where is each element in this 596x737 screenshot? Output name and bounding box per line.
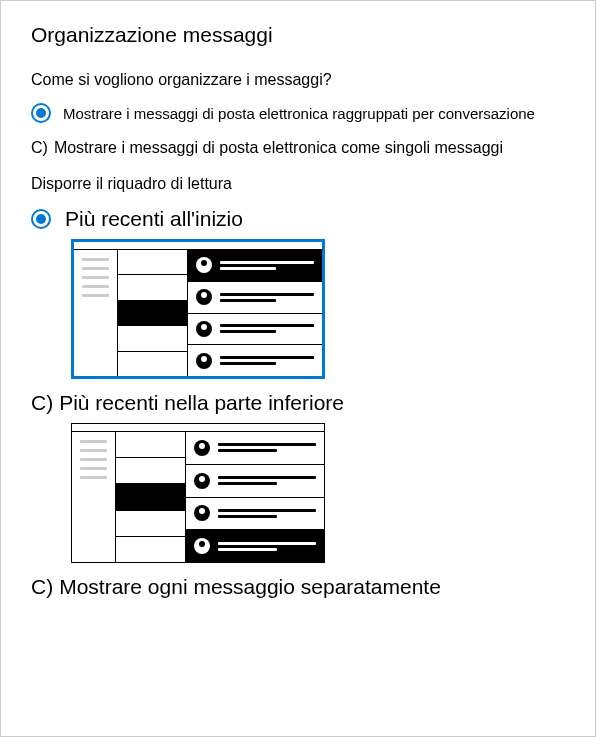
preview-newest-top[interactable]	[71, 239, 325, 379]
preview-list	[118, 250, 188, 376]
readingpane-option-newest-bottom-label: Più recenti nella parte inferiore	[59, 391, 344, 415]
organize-option-grouped-label: Mostrare i messaggi di posta elettronica…	[63, 105, 535, 122]
preview-sidebar	[72, 432, 116, 562]
preview-header	[72, 424, 324, 432]
preview-reading	[188, 250, 322, 376]
preview-header	[74, 242, 322, 250]
radio-icon	[31, 103, 51, 123]
preview-sidebar	[74, 250, 118, 376]
readingpane-option-separate[interactable]: C) Mostrare ogni messaggio separatamente	[31, 575, 565, 599]
option-prefix: C)	[31, 139, 48, 157]
readingpane-option-separate-label: Mostrare ogni messaggio separatamente	[59, 575, 441, 599]
organize-question: Come si vogliono organizzare i messaggi?	[31, 71, 565, 89]
preview-newest-bottom[interactable]	[71, 423, 325, 563]
organize-option-grouped[interactable]: Mostrare i messaggi di posta elettronica…	[31, 103, 565, 123]
readingpane-option-newest-top[interactable]: Più recenti all'inizio	[31, 207, 565, 231]
page-title: Organizzazione messaggi	[31, 23, 565, 47]
radio-icon	[31, 209, 51, 229]
organize-option-single[interactable]: C) Mostrare i messaggi di posta elettron…	[31, 139, 565, 157]
option-prefix: C)	[31, 575, 53, 599]
preview-list	[116, 432, 186, 562]
preview-reading	[186, 432, 324, 562]
organize-option-single-label: Mostrare i messaggi di posta elettronica…	[54, 139, 503, 157]
reading-pane-heading: Disporre il riquadro di lettura	[31, 175, 565, 193]
readingpane-option-newest-bottom[interactable]: C) Più recenti nella parte inferiore	[31, 391, 565, 415]
readingpane-option-newest-top-label: Più recenti all'inizio	[65, 207, 243, 231]
option-prefix: C)	[31, 391, 53, 415]
